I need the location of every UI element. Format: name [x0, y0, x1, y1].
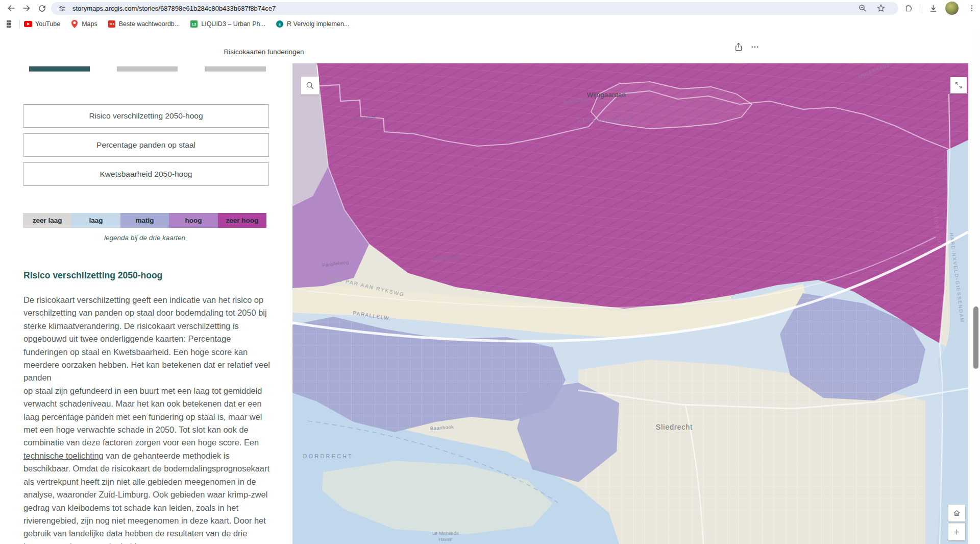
sharepoint-icon: s — [276, 20, 284, 28]
browser-menu-kebab-icon[interactable] — [966, 2, 978, 14]
map-select-button-3[interactable]: Kwetsbaarheid 2050-hoog — [23, 162, 269, 186]
story-menu-ellipsis-icon[interactable] — [749, 41, 761, 53]
maps-pin-icon — [70, 20, 79, 28]
bookmarks-separator — [19, 20, 20, 28]
home-icon — [952, 509, 961, 517]
apps-grid-icon[interactable] — [4, 18, 16, 30]
legend-segment-zeer-hoog: zeer hoog — [218, 213, 266, 228]
article-paragraph: De risicokaart verschilzetting geeft een… — [23, 294, 274, 544]
legend-segment-hoog: hoog — [169, 213, 217, 228]
svg-text:s: s — [279, 22, 281, 27]
bookmark-item[interactable]: Beste wachtwoordb... — [108, 20, 180, 28]
article-text-3: van de gehanteerde methodiek is beschikb… — [23, 451, 270, 544]
password-icon — [108, 20, 116, 28]
extensions-puzzle-icon[interactable] — [902, 2, 915, 14]
story-page: Risicokaarten funderingen Risico verschi… — [0, 31, 980, 544]
article-text-1: De risicokaart verschilzetting geeft een… — [23, 295, 270, 382]
slide-nav-bar-3[interactable] — [205, 66, 266, 72]
legend-caption: legenda bij de drie kaarten — [23, 234, 266, 242]
map-search-button[interactable] — [301, 77, 319, 94]
technical-explanation-link[interactable]: technische toelichting — [23, 451, 104, 460]
toolbar-separator — [922, 5, 922, 13]
svg-text:L3: L3 — [192, 22, 196, 26]
story-title: Risicokaarten funderingen — [162, 48, 366, 56]
legend-segment-zeer-laag: zeer laag — [23, 213, 71, 228]
url-bar[interactable]: storymaps.arcgis.com/stories/687898e61b2… — [51, 2, 898, 15]
bookmark-label: LIQUID3 – Urban Ph... — [201, 20, 265, 28]
legend-segment-label: laag — [89, 217, 103, 224]
map-expand-button[interactable] — [950, 77, 967, 93]
legend-segment-matig: matig — [120, 213, 169, 228]
legend-segment-label: zeer laag — [33, 217, 62, 224]
slide-nav-bar-2[interactable] — [117, 66, 178, 72]
forward-icon[interactable] — [20, 2, 33, 14]
reload-icon[interactable] — [36, 2, 48, 14]
legend-segment-label: matig — [136, 217, 154, 224]
article-text-2: op staal zijn gefundeerd in een buurt me… — [23, 386, 262, 447]
bookmark-item[interactable]: Maps — [70, 20, 97, 28]
slide-nav-bar-1[interactable] — [29, 66, 90, 72]
page-scrollbar[interactable] — [972, 31, 980, 544]
share-icon[interactable] — [733, 41, 744, 53]
site-settings-icon[interactable] — [56, 3, 68, 15]
browser-window: storymaps.arcgis.com/stories/687898e61b2… — [0, 0, 980, 544]
map-zoom-in-button[interactable] — [948, 523, 965, 540]
bookmark-label: R Vervolg implemen... — [287, 20, 349, 28]
bookmarks-list: YouTubeMapsBeste wachtwoordb...L3LIQUID3… — [24, 20, 359, 28]
bookmark-item[interactable]: YouTube — [24, 20, 60, 28]
search-icon — [306, 81, 314, 90]
bookmark-star-icon[interactable] — [875, 2, 887, 14]
map-select-button-1[interactable]: Risico verschilzetting 2050-hoog — [23, 104, 269, 128]
browser-toolbar: storymaps.arcgis.com/stories/687898e61b2… — [0, 0, 980, 17]
plus-icon — [953, 528, 961, 536]
map-home-button[interactable] — [948, 505, 965, 522]
bookmark-item[interactable]: L3LIQUID3 – Urban Ph... — [190, 20, 265, 28]
liquid3-icon: L3 — [190, 20, 198, 28]
bookmark-label: YouTube — [35, 20, 60, 28]
bookmark-item[interactable]: sR Vervolg implemen... — [276, 20, 349, 28]
scrollbar-thumb[interactable] — [973, 306, 978, 369]
map-select-button-2[interactable]: Percentage panden op staal — [23, 133, 269, 157]
profile-avatar[interactable] — [945, 2, 959, 15]
bookmark-label: Beste wachtwoordb... — [119, 20, 180, 28]
legend-segment-label: hoog — [185, 217, 202, 224]
youtube-icon — [24, 20, 32, 28]
legend-bar: zeer laaglaagmatighoogzeer hoog — [23, 213, 266, 228]
legend-segment-laag: laag — [71, 213, 120, 228]
bookmark-label: Maps — [82, 20, 97, 28]
back-icon[interactable] — [5, 2, 17, 14]
map-canvas — [292, 63, 968, 544]
zoom-out-page-icon[interactable] — [856, 2, 869, 14]
legend-segment-label: zeer hoog — [226, 217, 258, 224]
downloads-icon[interactable] — [927, 2, 939, 14]
expand-icon — [954, 81, 963, 89]
bookmarks-bar: YouTubeMapsBeste wachtwoordb...L3LIQUID3… — [0, 17, 980, 32]
story-map[interactable]: WijngaardenDorpsstraatSLIEDRECHTMOLENKAD… — [292, 63, 968, 544]
url-text[interactable]: storymaps.arcgis.com/stories/687898e61b2… — [72, 5, 276, 12]
article-heading: Risico verschilzetting 2050-hoog — [23, 270, 162, 281]
